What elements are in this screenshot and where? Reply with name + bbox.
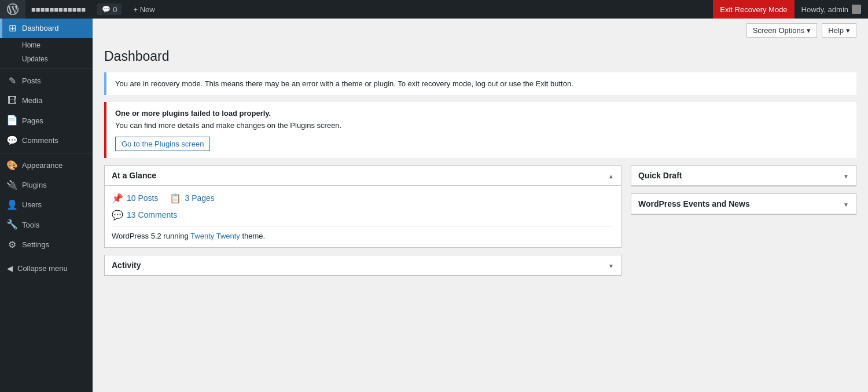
sidebar-label-home: Home	[22, 41, 41, 49]
sidebar-item-tools[interactable]: 🔧 Tools	[0, 215, 93, 235]
pages-stat-icon: 📋	[170, 193, 181, 204]
pages-icon: 📄	[7, 116, 17, 126]
dashboard-col-right: Quick Draft WordPress Events and News	[631, 165, 856, 215]
activity-toggle[interactable]	[608, 260, 614, 270]
sidebar-label-media: Media	[22, 96, 42, 106]
sidebar-label-updates: Updates	[22, 55, 48, 63]
sidebar-item-home[interactable]: Home	[0, 38, 93, 52]
glance-stats-row: 📌 10 Posts 📋 3 Pages	[112, 193, 614, 204]
sidebar-item-plugins[interactable]: 🔌 Plugins	[0, 175, 93, 195]
plugin-error-title: One or more plugins failed to load prope…	[115, 109, 271, 118]
media-icon: 🎞	[7, 96, 17, 106]
posts-stat[interactable]: 📌 10 Posts	[112, 193, 158, 204]
at-a-glance-widget: At a Glance 📌 10 Posts 📋	[104, 165, 621, 248]
page-header-actions: Screen Options ▾ Help ▾	[93, 19, 868, 42]
plugin-error-notice: One or more plugins failed to load prope…	[104, 102, 856, 158]
settings-icon: ⚙	[7, 240, 17, 250]
dashboard-icon: ⊞	[7, 23, 17, 34]
help-label: Help	[828, 26, 844, 35]
sidebar-label-users: Users	[22, 200, 42, 210]
wp-events-header[interactable]: WordPress Events and News	[631, 194, 856, 214]
collapse-menu-item[interactable]: ◀ Collapse menu	[0, 259, 93, 277]
at-a-glance-title: At a Glance	[112, 171, 156, 180]
sidebar-item-users[interactable]: 👤 Users	[0, 195, 93, 215]
plugins-icon: 🔌	[7, 180, 17, 190]
howdy-item[interactable]: Howdy, admin	[795, 0, 868, 19]
recovery-mode-text: You are in recovery mode. This means the…	[115, 79, 848, 88]
avatar	[852, 5, 861, 14]
sidebar-item-appearance[interactable]: 🎨 Appearance	[0, 156, 93, 175]
glance-comments-row: 💬 13 Comments	[112, 210, 614, 221]
sidebar-label-dashboard: Dashboard	[22, 23, 59, 34]
wp-logo[interactable]	[0, 0, 25, 19]
main-content: Screen Options ▾ Help ▾ Dashboard You ar…	[93, 19, 868, 392]
howdy-label: Howdy, admin	[801, 5, 848, 14]
menu-separator-2	[0, 153, 93, 153]
collapse-label: Collapse menu	[17, 264, 68, 273]
activity-widget: Activity	[104, 255, 621, 276]
wp-events-widget: WordPress Events and News	[631, 193, 856, 215]
activity-title: Activity	[112, 261, 141, 270]
comments-count-glance: 13 Comments	[127, 210, 177, 219]
comment-bubble: 💬 0	[97, 3, 122, 15]
at-a-glance-header[interactable]: At a Glance	[105, 166, 621, 186]
help-caret: ▾	[846, 26, 850, 35]
site-name-item[interactable]: ■■■■■■■■■■■■	[25, 0, 91, 19]
wp-version-text: WordPress 5.2 running	[112, 232, 190, 240]
exit-recovery-button[interactable]: Exit Recovery Mode	[713, 0, 794, 19]
plugins-screen-link[interactable]: Go to the Plugins screen	[115, 137, 210, 151]
page-title: Dashboard	[104, 48, 856, 65]
new-content-label: + New	[133, 5, 155, 14]
comments-item[interactable]: 💬 0	[91, 0, 127, 19]
dashboard-widgets: At a Glance 📌 10 Posts 📋	[104, 165, 856, 276]
posts-stat-icon: 📌	[112, 193, 123, 204]
theme-link-1[interactable]: Twenty	[190, 232, 214, 240]
body-content: Dashboard You are in recovery mode. This…	[93, 42, 868, 288]
users-icon: 👤	[7, 200, 17, 210]
appearance-icon: 🎨	[7, 160, 17, 171]
sidebar-label-comments: Comments	[22, 135, 58, 146]
sidebar-label-pages: Pages	[22, 116, 43, 126]
tools-icon: 🔧	[7, 220, 17, 230]
sidebar-item-posts[interactable]: ✎ Posts	[0, 71, 93, 91]
screen-options-button[interactable]: Screen Options ▾	[746, 23, 818, 38]
activity-header[interactable]: Activity	[105, 255, 621, 276]
comments-stat[interactable]: 💬 13 Comments	[112, 210, 177, 221]
sidebar-item-pages[interactable]: 📄 Pages	[0, 111, 93, 131]
admin-menu: ⊞ Dashboard Home Updates ✎ Posts 🎞 Media…	[0, 19, 93, 392]
site-name-text: ■■■■■■■■■■■■	[31, 5, 86, 14]
glance-footer: WordPress 5.2 running Twenty Twenty them…	[112, 226, 614, 240]
quick-draft-toggle[interactable]	[843, 170, 849, 181]
wp-events-toggle[interactable]	[843, 199, 849, 209]
screen-options-label: Screen Options	[753, 26, 805, 35]
sidebar-item-updates[interactable]: Updates	[0, 52, 93, 66]
comments-stat-icon: 💬	[112, 210, 123, 221]
comment-icon: 💬	[102, 5, 111, 13]
new-content-item[interactable]: + New	[127, 0, 160, 19]
help-button[interactable]: Help ▾	[822, 23, 856, 38]
posts-count: 10 Posts	[127, 193, 158, 203]
sidebar-label-settings: Settings	[22, 240, 49, 250]
dashboard-col-left: At a Glance 📌 10 Posts 📋	[104, 165, 621, 276]
theme-suffix: theme.	[240, 232, 265, 240]
quick-draft-title: Quick Draft	[638, 171, 682, 180]
pages-count: 3 Pages	[185, 193, 214, 203]
screen-options-caret: ▾	[807, 26, 811, 35]
collapse-icon: ◀	[7, 264, 13, 273]
menu-separator-1	[0, 68, 93, 69]
quick-draft-header[interactable]: Quick Draft	[631, 166, 856, 186]
at-a-glance-toggle[interactable]	[608, 170, 614, 181]
sidebar-item-comments[interactable]: 💬 Comments	[0, 131, 93, 151]
sidebar-item-media[interactable]: 🎞 Media	[0, 91, 93, 111]
plugin-error-desc: You can find more details and make chang…	[115, 121, 848, 130]
sidebar-item-settings[interactable]: ⚙ Settings	[0, 235, 93, 255]
theme-link-2[interactable]: Twenty	[216, 232, 240, 240]
recovery-mode-notice: You are in recovery mode. This means the…	[104, 72, 856, 95]
pages-stat[interactable]: 📋 3 Pages	[170, 193, 214, 204]
at-a-glance-body: 📌 10 Posts 📋 3 Pages 💬	[105, 186, 621, 247]
sidebar-label-plugins: Plugins	[22, 180, 47, 190]
sidebar-label-tools: Tools	[22, 220, 39, 230]
comments-menu-icon: 💬	[7, 135, 17, 146]
quick-draft-widget: Quick Draft	[631, 165, 856, 186]
sidebar-item-dashboard[interactable]: ⊞ Dashboard	[0, 19, 93, 38]
